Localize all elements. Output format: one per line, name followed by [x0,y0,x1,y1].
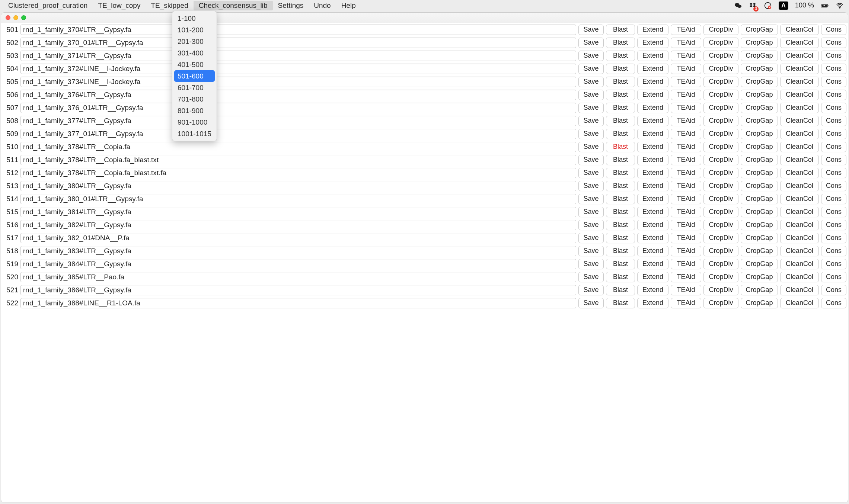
cons-button[interactable]: Cons [821,246,846,256]
menu-te-low-copy[interactable]: TE_low_copy [93,1,146,10]
cons-button[interactable]: Cons [821,259,846,269]
extend-button[interactable]: Extend [637,155,668,165]
save-button[interactable]: Save [578,259,604,269]
cropdiv-button[interactable]: CropDiv [703,103,738,113]
teaid-button[interactable]: TEAid [671,64,701,74]
cleancol-button[interactable]: CleanCol [780,116,819,126]
cleancol-button[interactable]: CleanCol [780,142,819,152]
blast-button[interactable]: Blast [606,77,635,87]
blast-button[interactable]: Blast [606,220,635,230]
blast-button[interactable]: Blast [606,246,635,256]
blast-button[interactable]: Blast [606,142,635,152]
blast-button[interactable]: Blast [606,25,635,35]
cropgap-button[interactable]: CropGap [741,181,778,191]
cons-button[interactable]: Cons [821,285,846,295]
extend-button[interactable]: Extend [637,64,668,74]
blast-button[interactable]: Blast [606,116,635,126]
cleancol-button[interactable]: CleanCol [780,259,819,269]
cleancol-button[interactable]: CleanCol [780,220,819,230]
cons-button[interactable]: Cons [821,51,846,61]
file-list[interactable]: 501SaveBlastExtendTEAidCropDivCropGapCle… [1,23,848,503]
sync-disabled-icon[interactable] [764,1,772,10]
cropgap-button[interactable]: CropGap [741,259,778,269]
teaid-button[interactable]: TEAid [671,25,701,35]
cropdiv-button[interactable]: CropDiv [703,220,738,230]
cleancol-button[interactable]: CleanCol [780,168,819,178]
filename-input[interactable] [20,194,576,204]
filename-input[interactable] [20,246,576,256]
cropdiv-button[interactable]: CropDiv [703,90,738,100]
cropgap-button[interactable]: CropGap [741,142,778,152]
extend-button[interactable]: Extend [637,207,668,217]
save-button[interactable]: Save [578,90,604,100]
cropgap-button[interactable]: CropGap [741,220,778,230]
cropdiv-button[interactable]: CropDiv [703,51,738,61]
range-option-201-300[interactable]: 201-300 [172,36,217,47]
cropdiv-button[interactable]: CropDiv [703,233,738,243]
cleancol-button[interactable]: CleanCol [780,181,819,191]
cropdiv-button[interactable]: CropDiv [703,272,738,282]
range-option-701-800[interactable]: 701-800 [172,93,217,105]
extend-button[interactable]: Extend [637,142,668,152]
cropgap-button[interactable]: CropGap [741,116,778,126]
teaid-button[interactable]: TEAid [671,90,701,100]
filename-input[interactable] [20,90,576,100]
range-option-501-600[interactable]: 501-600 [174,70,215,82]
save-button[interactable]: Save [578,155,604,165]
teaid-button[interactable]: TEAid [671,220,701,230]
cleancol-button[interactable]: CleanCol [780,90,819,100]
extend-button[interactable]: Extend [637,259,668,269]
range-option-401-500[interactable]: 401-500 [172,59,217,70]
cons-button[interactable]: Cons [821,194,846,204]
cleancol-button[interactable]: CleanCol [780,272,819,282]
teaid-button[interactable]: TEAid [671,155,701,165]
cleancol-button[interactable]: CleanCol [780,285,819,295]
cropdiv-button[interactable]: CropDiv [703,207,738,217]
filename-input[interactable] [20,38,576,48]
blast-button[interactable]: Blast [606,38,635,48]
filename-input[interactable] [20,285,576,295]
extend-button[interactable]: Extend [637,90,668,100]
cons-button[interactable]: Cons [821,129,846,139]
teaid-button[interactable]: TEAid [671,129,701,139]
cropdiv-button[interactable]: CropDiv [703,194,738,204]
cleancol-button[interactable]: CleanCol [780,155,819,165]
filename-input[interactable] [20,233,576,243]
range-option-601-700[interactable]: 601-700 [172,82,217,93]
blast-button[interactable]: Blast [606,64,635,74]
save-button[interactable]: Save [578,285,604,295]
cropdiv-button[interactable]: CropDiv [703,38,738,48]
range-option-1-100[interactable]: 1-100 [172,13,217,24]
save-button[interactable]: Save [578,116,604,126]
cleancol-button[interactable]: CleanCol [780,233,819,243]
teaid-button[interactable]: TEAid [671,77,701,87]
filename-input[interactable] [20,298,576,308]
range-option-901-1000[interactable]: 901-1000 [172,116,217,128]
cropgap-button[interactable]: CropGap [741,272,778,282]
extend-button[interactable]: Extend [637,285,668,295]
cleancol-button[interactable]: CleanCol [780,77,819,87]
cons-button[interactable]: Cons [821,220,846,230]
cons-button[interactable]: Cons [821,142,846,152]
cons-button[interactable]: Cons [821,90,846,100]
cons-button[interactable]: Cons [821,168,846,178]
extend-button[interactable]: Extend [637,233,668,243]
cleancol-button[interactable]: CleanCol [780,51,819,61]
cons-button[interactable]: Cons [821,155,846,165]
teaid-button[interactable]: TEAid [671,38,701,48]
save-button[interactable]: Save [578,168,604,178]
cropdiv-button[interactable]: CropDiv [703,259,738,269]
save-button[interactable]: Save [578,233,604,243]
cropgap-button[interactable]: CropGap [741,51,778,61]
cleancol-button[interactable]: CleanCol [780,38,819,48]
teaid-button[interactable]: TEAid [671,272,701,282]
range-option-301-400[interactable]: 301-400 [172,47,217,59]
save-button[interactable]: Save [578,51,604,61]
cropdiv-button[interactable]: CropDiv [703,142,738,152]
menu-clustered-proof-curation[interactable]: Clustered_proof_curation [3,1,93,10]
teaid-button[interactable]: TEAid [671,103,701,113]
extend-button[interactable]: Extend [637,51,668,61]
cleancol-button[interactable]: CleanCol [780,207,819,217]
cropdiv-button[interactable]: CropDiv [703,246,738,256]
filename-input[interactable] [20,129,576,139]
